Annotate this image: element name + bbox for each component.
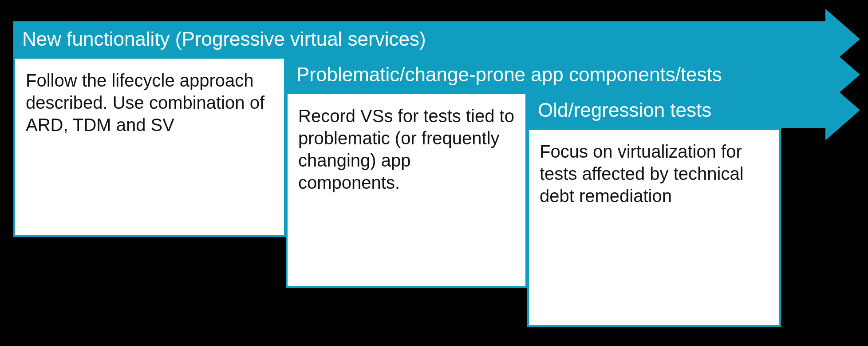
arrow-bar: New functionality (Progressive virtual s… [13, 21, 825, 57]
body-text-problematic-components: Record VSs for tests tied to problematic… [298, 105, 515, 194]
body-text-new-functionality: Follow the lifecycle approach described.… [26, 69, 273, 136]
body-text-old-regression: Focus on virtualization for tests affect… [540, 140, 769, 207]
arrow-head-icon [825, 80, 860, 140]
body-problematic-components: Record VSs for tests tied to problematic… [286, 92, 527, 288]
arrow-title-new-functionality: New functionality (Progressive virtual s… [22, 28, 426, 50]
arrow-title-old-regression: Old/regression tests [538, 99, 711, 121]
arrow-bar: Old/regression tests [527, 92, 825, 128]
body-new-functionality: Follow the lifecycle approach described.… [13, 57, 286, 237]
arrow-old-regression: Old/regression tests [527, 92, 825, 128]
diagram-stage: New functionality (Progressive virtual s… [0, 0, 868, 346]
arrow-problematic-components: Problematic/change-prone app components/… [286, 57, 825, 92]
arrow-new-functionality: New functionality (Progressive virtual s… [13, 21, 825, 57]
body-old-regression: Focus on virtualization for tests affect… [527, 128, 781, 327]
arrow-bar: Problematic/change-prone app components/… [286, 57, 825, 92]
arrow-title-problematic-components: Problematic/change-prone app components/… [296, 64, 722, 85]
